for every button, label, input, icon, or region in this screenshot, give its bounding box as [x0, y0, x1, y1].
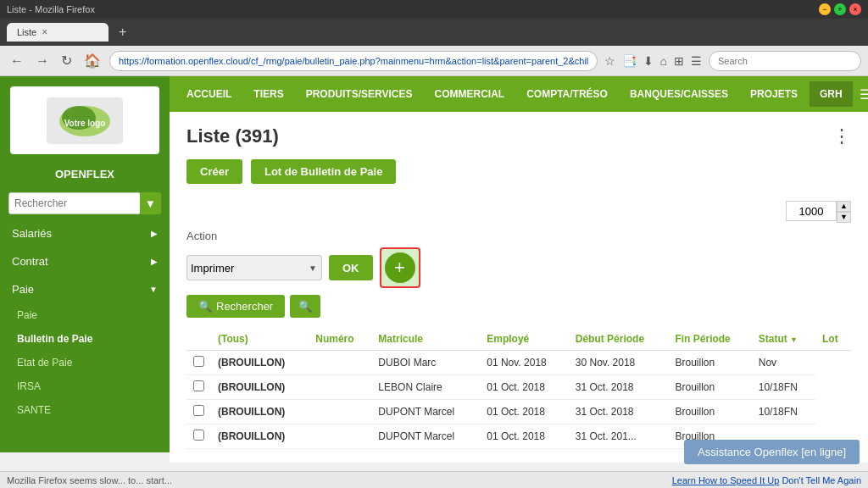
table-body: (BROUILLON) DUBOI Marc 01 Nov. 2018 30 N…	[186, 351, 851, 449]
row4-checkbox[interactable]	[193, 430, 204, 441]
nav-banques[interactable]: BANQUES/CAISSES	[620, 81, 738, 107]
row2-lot: 10/18FN	[752, 375, 815, 400]
menu-button[interactable]: ☰	[689, 53, 704, 69]
table-header-row: (Tous) Numéro Matricule Employé Début Pé…	[186, 328, 851, 351]
action-select-wrapper: Imprimer	[186, 255, 322, 280]
row2-checkbox[interactable]	[193, 380, 204, 391]
sidebar-item-contrat-label: Contrat	[12, 255, 48, 268]
back-button[interactable]: ←	[7, 52, 27, 70]
nav-tiers[interactable]: TIERS	[243, 81, 293, 107]
sidebar-item-salaries[interactable]: Salariés ▶	[0, 219, 170, 247]
nav-grh[interactable]: GRH	[810, 81, 853, 107]
maximize-button[interactable]: +	[834, 3, 846, 15]
pagination-area: ▲ ▼	[186, 201, 851, 223]
col-tous[interactable]: (Tous)	[211, 328, 309, 351]
row1-checkbox[interactable]	[193, 356, 204, 367]
col-debut[interactable]: Début Période	[569, 328, 669, 351]
sidebar-search-input[interactable]	[8, 192, 141, 214]
row1-debut: 01 Nov. 2018	[480, 351, 569, 375]
refresh-button[interactable]: ↻	[58, 51, 75, 70]
add-circle-button[interactable]: +	[385, 252, 415, 283]
sidebar-subitem-irsa[interactable]: IRSA	[0, 374, 170, 398]
logo-area: Votre logo	[10, 86, 159, 154]
col-fin[interactable]: Fin Période	[668, 328, 751, 351]
tab-label: Liste	[17, 27, 36, 37]
logo-image: Votre logo	[47, 97, 123, 144]
search-icon-button[interactable]: 🔍	[290, 295, 320, 318]
pagination-arrows: ▲ ▼	[837, 201, 851, 223]
sidebar-subitem-etat[interactable]: Etat de Paie	[0, 351, 170, 374]
row4-checkbox-cell	[186, 424, 211, 449]
nav-produits[interactable]: PRODUITS/SERVICES	[296, 81, 423, 107]
nav-commercial[interactable]: COMMERCIAL	[425, 81, 515, 107]
nav-accueil[interactable]: ACCUEIL	[176, 81, 242, 107]
row3-matricule	[309, 400, 371, 424]
company-name: OPENFLEX	[0, 168, 170, 180]
row1-lot: Nov	[752, 351, 815, 375]
close-button[interactable]: ×	[849, 3, 861, 15]
row1-numero[interactable]: (BROUILLON)	[211, 351, 309, 375]
sidebar-subitem-bulletin-label: Bulletin de Paie	[17, 333, 92, 345]
dont-tell-button[interactable]: Don't Tell Me Again	[782, 475, 861, 485]
pagination-input[interactable]	[786, 201, 837, 221]
row3-checkbox[interactable]	[193, 405, 204, 416]
new-tab-button[interactable]: +	[114, 23, 131, 42]
forward-button[interactable]: →	[32, 52, 53, 70]
sidebar-subitem-paie[interactable]: Paie	[0, 303, 170, 327]
col-employe[interactable]: Employé	[480, 328, 569, 351]
col-statut[interactable]: Statut ▼	[752, 328, 815, 351]
browser-search-input[interactable]	[709, 51, 861, 71]
table-row: (BROUILLON) DUPONT Marcel 01 Oct. 2018 3…	[186, 400, 851, 424]
lot-button[interactable]: Lot de Bulletin de Paie	[251, 159, 396, 184]
active-tab[interactable]: Liste ×	[7, 23, 108, 42]
home-button[interactable]: 🏠	[81, 51, 104, 70]
col-matricule[interactable]: Matricule	[371, 328, 480, 351]
home-nav-button[interactable]: ⌂	[659, 53, 669, 69]
data-table: (Tous) Numéro Matricule Employé Début Pé…	[186, 328, 851, 449]
minimize-button[interactable]: −	[819, 3, 831, 15]
pagination-up-button[interactable]: ▲	[837, 201, 851, 212]
nav-hamburger-icon[interactable]: ☰	[856, 83, 868, 106]
filter-section: Action Imprimer OK + 🔍 Recherch	[186, 230, 851, 318]
add-circle-wrapper: +	[380, 247, 420, 288]
bookmark-star-button[interactable]: ☆	[603, 53, 617, 69]
sidebar-item-salaries-label: Salariés	[12, 227, 52, 240]
bookmark-list-button[interactable]: 📑	[620, 53, 638, 69]
address-bar[interactable]	[109, 51, 598, 71]
col-numero[interactable]: Numéro	[309, 328, 371, 351]
expand-button[interactable]: ⊞	[672, 53, 686, 69]
svg-text:Votre logo: Votre logo	[64, 119, 106, 128]
pagination-down-button[interactable]: ▼	[837, 212, 851, 223]
ok-button[interactable]: OK	[329, 255, 373, 280]
save-button[interactable]: ⬇	[642, 53, 655, 69]
sidebar-search-arrow[interactable]: ▼	[140, 192, 161, 214]
assistance-bar[interactable]: Assistance Openflex [en ligne]	[684, 440, 860, 464]
table-row: (BROUILLON) LEBON Claire 01 Oct. 2018 31…	[186, 375, 851, 400]
nav-projets[interactable]: PROJETS	[740, 81, 808, 107]
top-nav: ACCUEIL TIERS PRODUITS/SERVICES COMMERCI…	[170, 76, 868, 112]
sidebar-search-container: ▼	[0, 187, 170, 219]
row2-statut: Brouillon	[668, 375, 751, 400]
row3-numero[interactable]: (BROUILLON)	[211, 400, 309, 424]
tab-close-btn[interactable]: ×	[42, 26, 47, 38]
sidebar-item-paie[interactable]: Paie ▼	[0, 275, 170, 303]
create-button[interactable]: Créer	[186, 159, 242, 184]
status-text: Mozilla Firefox seems slow... to... star…	[7, 475, 172, 485]
rechercher-button[interactable]: 🔍 Rechercher	[186, 295, 285, 318]
row2-numero[interactable]: (BROUILLON)	[211, 375, 309, 400]
sidebar-item-contrat[interactable]: Contrat ▶	[0, 247, 170, 275]
more-options-button[interactable]: ⋮	[832, 125, 851, 147]
col-checkbox	[186, 328, 211, 351]
sidebar-subitem-sante[interactable]: SANTE	[0, 398, 170, 422]
sidebar-search-row: ▼	[8, 192, 161, 214]
nav-compta[interactable]: COMPTA/TRÉSO	[516, 81, 618, 107]
row4-employe: DUPONT Marcel	[371, 424, 480, 449]
action-select[interactable]: Imprimer	[186, 255, 322, 280]
row2-debut: 01 Oct. 2018	[480, 375, 569, 400]
sidebar-subitem-bulletin[interactable]: Bulletin de Paie	[0, 327, 170, 351]
col-lot[interactable]: Lot	[815, 328, 851, 351]
learn-button[interactable]: Learn How to Speed It Up	[672, 475, 780, 485]
browser-status-bar: Mozilla Firefox seems slow... to... star…	[0, 471, 868, 488]
row4-numero[interactable]: (BROUILLON)	[211, 424, 309, 449]
row1-employe: DUBOI Marc	[371, 351, 480, 375]
